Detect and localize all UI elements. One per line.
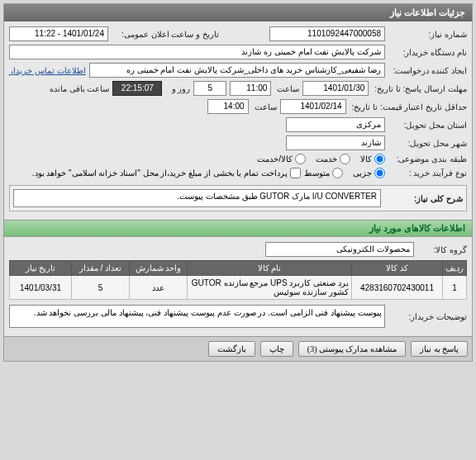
buy-note-check[interactable]: پرداخت تمام یا بخشی از مبلغ خرید،از محل … — [32, 168, 301, 178]
panel-body: شماره نیاز: 1101092447000058 تاریخ و ساع… — [4, 21, 472, 220]
buyer-value: شرکت پالایش نفت امام خمینی ره شازند — [9, 45, 385, 59]
group-value: محصولات الکترونیکی — [265, 242, 414, 257]
province-value: مرکزی — [286, 117, 385, 132]
need-no-label: شماره نیاز: — [388, 30, 467, 39]
class-goods-service-option[interactable]: کالا/خدمت — [257, 154, 306, 164]
class-goods-option[interactable]: کالا — [360, 154, 385, 164]
group-label: گروه کالا: — [417, 245, 467, 254]
summary-value: I/U CONVERTER مارک GUTOR طبق مشخصات پیوس… — [13, 189, 381, 207]
attachments-button[interactable]: مشاهده مدارک پیوستی (3) — [298, 341, 406, 357]
cell-qty: 5 — [72, 276, 130, 300]
validity-label: حداقل تاریخ اعتبار قیمت: تا تاریخ: — [350, 102, 467, 111]
province-label: استان محل تحویل: — [388, 121, 467, 130]
need-no-value: 1101092447000058 — [269, 26, 385, 41]
class-goods-service-radio[interactable] — [295, 154, 306, 164]
th-unit: واحد شمارش — [130, 261, 188, 276]
class-service-radio[interactable] — [340, 154, 350, 164]
th-idx: ردیف — [443, 261, 467, 276]
button-bar: پاسخ به نیاز مشاهده مدارک پیوستی (3) چاپ… — [4, 336, 472, 361]
deadline-time-label: ساعت — [274, 84, 299, 93]
buy-type-mid-option[interactable]: متوسط — [304, 168, 343, 178]
items-body: گروه کالا: محصولات الکترونیکی ردیف کد کا… — [4, 237, 472, 336]
items-table: ردیف کد کالا نام کالا واحد شمارش تعداد /… — [9, 260, 467, 300]
th-qty: تعداد / مقدار — [72, 261, 130, 276]
buyer-label: نام دستگاه خریدار: — [388, 48, 467, 57]
validity-date: 1401/02/14 — [280, 99, 346, 114]
announce-label: تاریخ و ساعت اعلان عمومی: — [112, 30, 219, 39]
creator-label: ایجاد کننده درخواست: — [388, 66, 467, 75]
cell-code: 4283160702430011 — [352, 276, 443, 300]
days-value: 5 — [193, 81, 226, 96]
th-code: کد کالا — [352, 261, 443, 276]
buy-note-checkbox[interactable] — [290, 168, 301, 178]
validity-time: 14:00 — [207, 99, 249, 114]
back-button[interactable]: بازگشت — [208, 341, 255, 357]
reply-button[interactable]: پاسخ به نیاز — [411, 341, 468, 357]
th-date: تاریخ نیاز — [10, 261, 72, 276]
city-label: شهر محل تحویل: — [388, 139, 467, 148]
buy-type-partial-option[interactable]: جزیی — [353, 168, 385, 178]
buy-type-label: نوع فرآیند خرید : — [388, 168, 467, 178]
remain-time: 22:15:07 — [112, 81, 162, 96]
buy-type-partial-radio[interactable] — [374, 168, 385, 178]
cell-name: برد صنعتی کاربرد UPS مرجع سازنده GUTOR ک… — [188, 276, 352, 300]
buy-type-mid-radio[interactable] — [332, 168, 343, 178]
desc-value: پیوست پیشنهاد فنی الزامی است. در صورت عد… — [9, 305, 385, 328]
deadline-time: 11:00 — [230, 81, 271, 96]
class-radio-group: کالا خدمت کالا/خدمت — [257, 154, 385, 164]
items-section-header: اطلاعات کالاهای مورد نیاز — [4, 220, 472, 237]
class-service-option[interactable]: خدمت — [316, 154, 350, 164]
deadline-label: مهلت ارسال پاسخ: تا تاریخ: — [372, 84, 467, 93]
contact-link[interactable]: اطلاعات تماس خریدار — [9, 66, 86, 75]
cell-idx: 1 — [443, 276, 467, 300]
days-label: روز و — [165, 84, 190, 93]
announce-value: 1401/01/24 - 11:22 — [9, 26, 108, 41]
cell-unit: عدد — [130, 276, 188, 300]
table-row[interactable]: 1 4283160702430011 برد صنعتی کاربرد UPS … — [10, 276, 467, 300]
deadline-date: 1401/01/30 — [302, 81, 369, 96]
class-label: طبقه بندی موضوعی: — [388, 154, 467, 164]
creator-value: رضا شفیعی_کارشناس خرید های داخلی_شرکت پا… — [89, 63, 385, 78]
print-button[interactable]: چاپ — [260, 341, 293, 357]
th-name: نام کالا — [188, 261, 352, 276]
buy-type-radio-group: جزیی متوسط — [304, 168, 385, 178]
cell-date: 1401/03/31 — [10, 276, 72, 300]
validity-time-label: ساعت — [252, 102, 277, 111]
desc-label: توضیحات خریدار: — [388, 312, 467, 321]
panel-title: جزئیات اطلاعات نیاز — [4, 4, 472, 21]
table-header-row: ردیف کد کالا نام کالا واحد شمارش تعداد /… — [10, 261, 467, 276]
summary-label: شرح کلی نیاز: — [384, 194, 463, 203]
remain-label: ساعت باقی مانده — [50, 84, 110, 93]
class-goods-radio[interactable] — [374, 154, 385, 164]
need-details-panel: جزئیات اطلاعات نیاز شماره نیاز: 11010924… — [3, 3, 473, 362]
city-value: شازند — [286, 135, 385, 150]
